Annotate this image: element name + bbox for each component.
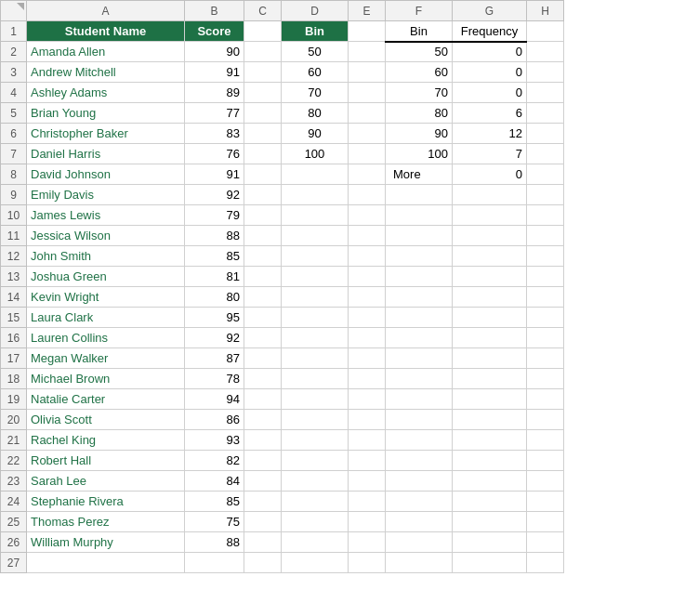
table-row: 7 Daniel Harris 76 100 100 7	[1, 144, 564, 164]
freq-bin-19	[386, 389, 453, 410]
cell-27d	[282, 553, 349, 573]
student-name-6: Christopher Baker	[27, 124, 185, 144]
cell-21h	[527, 430, 564, 451]
bin-15	[282, 308, 349, 328]
student-name-18: Michael Brown	[27, 369, 185, 389]
col-header-a: A	[27, 1, 185, 21]
freq-bin-5: 80	[386, 103, 453, 124]
cell-11c	[244, 226, 282, 246]
header-bin: Bin	[282, 21, 349, 42]
freq-bin-3: 60	[386, 62, 453, 83]
rownum-15: 15	[1, 308, 27, 328]
freq-val-19	[453, 389, 527, 410]
score-8: 91	[185, 164, 244, 185]
table-row: 13 Joshua Green 81	[1, 267, 564, 287]
freq-bin-4: 70	[386, 83, 453, 103]
table-row: 11 Jessica Wilson 88	[1, 226, 564, 246]
freq-bin-8: More	[386, 164, 453, 185]
freq-val-10	[453, 205, 527, 226]
student-name-3: Andrew Mitchell	[27, 62, 185, 83]
freq-val-24	[453, 491, 527, 512]
cell-27f	[386, 553, 453, 573]
freq-bin-13	[386, 267, 453, 287]
table-row: 15 Laura Clark 95	[1, 308, 564, 328]
table-row: 4 Ashley Adams 89 70 70 0	[1, 83, 564, 103]
student-name-15: Laura Clark	[27, 308, 185, 328]
rownum-5: 5	[1, 103, 27, 124]
cell-24c	[244, 491, 282, 512]
rownum-3: 3	[1, 62, 27, 83]
freq-bin-16	[386, 328, 453, 348]
student-name-26: William Murphy	[27, 532, 185, 553]
cell-9e	[349, 185, 386, 205]
student-name-19: Natalie Carter	[27, 389, 185, 410]
rownum-1: 1	[1, 21, 27, 42]
rownum-25: 25	[1, 512, 27, 532]
cell-2e	[349, 42, 386, 62]
cell-3e	[349, 62, 386, 83]
rownum-19: 19	[1, 389, 27, 410]
cell-18h	[527, 369, 564, 389]
cell-18c	[244, 369, 282, 389]
rownum-22: 22	[1, 451, 27, 471]
cell-18e	[349, 369, 386, 389]
rownum-14: 14	[1, 287, 27, 308]
table-row: 18 Michael Brown 78	[1, 369, 564, 389]
student-name-14: Kevin Wright	[27, 287, 185, 308]
score-18: 78	[185, 369, 244, 389]
freq-bin-17	[386, 348, 453, 369]
rownum-11: 11	[1, 226, 27, 246]
rownum-7: 7	[1, 144, 27, 164]
table-row: 24 Stephanie Rivera 85	[1, 491, 564, 512]
score-15: 95	[185, 308, 244, 328]
score-2: 90	[185, 42, 244, 62]
cell-20h	[527, 410, 564, 430]
cell-7e	[349, 144, 386, 164]
freq-val-21	[453, 430, 527, 451]
cell-26c	[244, 532, 282, 553]
student-name-17: Megan Walker	[27, 348, 185, 369]
student-name-2: Amanda Allen	[27, 42, 185, 62]
freq-val-23	[453, 471, 527, 491]
score-4: 89	[185, 83, 244, 103]
score-3: 91	[185, 62, 244, 83]
cell-5c	[244, 103, 282, 124]
bin-19	[282, 389, 349, 410]
cell-4h	[527, 83, 564, 103]
student-name-21: Rachel King	[27, 430, 185, 451]
freq-val-26	[453, 532, 527, 553]
bin-16	[282, 328, 349, 348]
cell-3c	[244, 62, 282, 83]
table-row: 26 William Murphy 88	[1, 532, 564, 553]
cell-23c	[244, 471, 282, 491]
cell-10e	[349, 205, 386, 226]
column-header-row: A B C D E F G H	[1, 1, 564, 21]
col-header-h: H	[527, 1, 564, 21]
freq-val-4: 0	[453, 83, 527, 103]
col-header-d: D	[282, 1, 349, 21]
table-row: 10 James Lewis 79	[1, 205, 564, 226]
table-row: 2 Amanda Allen 90 50 50 0	[1, 42, 564, 62]
rownum-21: 21	[1, 430, 27, 451]
cell-27a	[27, 553, 185, 573]
header-freq-bin: Bin	[386, 21, 453, 42]
cell-17c	[244, 348, 282, 369]
cell-15c	[244, 308, 282, 328]
cell-6h	[527, 124, 564, 144]
cell-14h	[527, 287, 564, 308]
score-10: 79	[185, 205, 244, 226]
bin-12	[282, 246, 349, 267]
freq-bin-24	[386, 491, 453, 512]
cell-2h	[527, 42, 564, 62]
cell-1c	[244, 21, 282, 42]
bin-7: 100	[282, 144, 349, 164]
score-5: 77	[185, 103, 244, 124]
student-name-10: James Lewis	[27, 205, 185, 226]
freq-val-8: 0	[453, 164, 527, 185]
cell-5e	[349, 103, 386, 124]
freq-val-7: 7	[453, 144, 527, 164]
cell-27g	[453, 553, 527, 573]
cell-23e	[349, 471, 386, 491]
cell-24e	[349, 491, 386, 512]
bin-24	[282, 491, 349, 512]
